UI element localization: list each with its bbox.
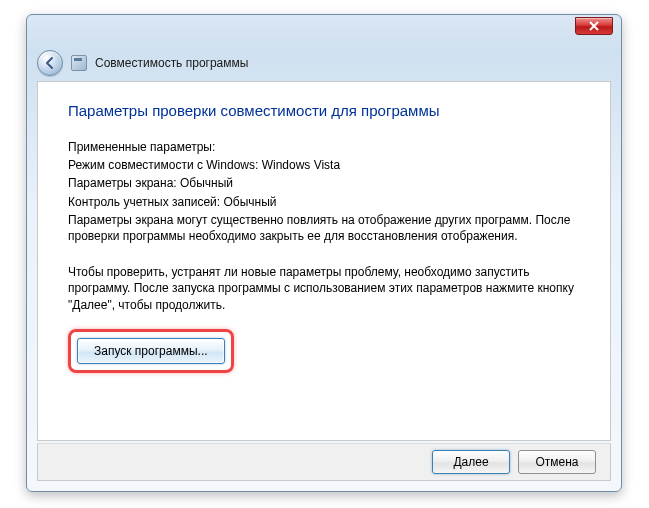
titlebar: [27, 15, 621, 45]
close-icon: [589, 21, 599, 31]
content-panel: Параметры проверки совместимости для про…: [37, 81, 611, 441]
instruction-text: Чтобы проверить, устранят ли новые парам…: [68, 264, 580, 313]
close-button[interactable]: [575, 17, 613, 35]
screen-params-text: Параметры экрана: Обычный: [68, 175, 580, 191]
back-button[interactable]: [37, 50, 63, 76]
wizard-header: Совместимость программы: [27, 45, 621, 81]
next-button[interactable]: Далее: [432, 450, 510, 474]
uac-text: Контроль учетных записей: Обычный: [68, 194, 580, 210]
start-button-highlight: Запуск программы...: [68, 329, 234, 373]
footer-panel: Далее Отмена: [37, 443, 611, 481]
header-title: Совместимость программы: [95, 56, 248, 70]
page-heading: Параметры проверки совместимости для про…: [68, 102, 580, 119]
program-icon: [71, 55, 87, 71]
dialog-window: Совместимость программы Параметры провер…: [26, 14, 622, 492]
note-text: Параметры экрана могут существенно повли…: [68, 212, 580, 244]
cancel-button[interactable]: Отмена: [518, 450, 596, 474]
back-arrow-icon: [43, 56, 57, 70]
applied-params-label: Примененные параметры:: [68, 139, 580, 155]
start-program-button[interactable]: Запуск программы...: [77, 338, 225, 364]
compat-mode-text: Режим совместимости с Windows: Windows V…: [68, 157, 580, 173]
